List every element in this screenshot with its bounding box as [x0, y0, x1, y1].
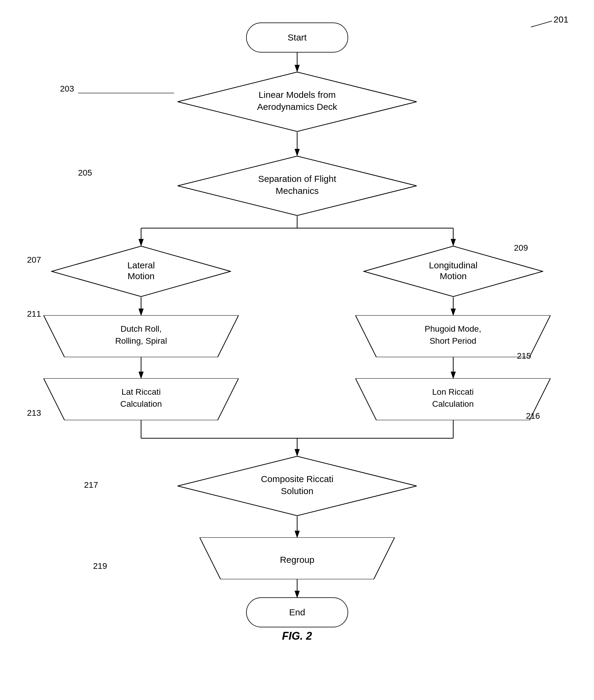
node209-shape: Longitudinal Motion [363, 245, 543, 297]
svg-text:Lateral: Lateral [127, 260, 155, 270]
svg-text:Rolling, Spiral: Rolling, Spiral [115, 336, 167, 345]
node219-shape: Regroup [200, 537, 395, 579]
ref-213: 213 [27, 408, 41, 418]
node217-shape: Composite Riccati Solution [177, 456, 417, 516]
ref-215: 215 [517, 351, 531, 361]
svg-text:Separation of Flight: Separation of Flight [258, 174, 336, 184]
svg-text:Aerodynamics Deck: Aerodynamics Deck [257, 102, 338, 112]
node211-shape: Dutch Roll, Rolling, Spiral [43, 315, 239, 357]
svg-text:Mechanics: Mechanics [275, 186, 319, 196]
node215-shape: Phugoid Mode, Short Period [355, 315, 551, 357]
svg-text:Motion: Motion [440, 271, 467, 281]
node213-shape: Lat Riccati Calculation [43, 378, 239, 420]
figure-caption: FIG. 2 [282, 630, 312, 642]
node207-shape: Lateral Motion [51, 245, 231, 297]
svg-text:Motion: Motion [128, 271, 155, 281]
svg-text:Dutch Roll,: Dutch Roll, [121, 324, 162, 333]
svg-text:Linear Models from: Linear Models from [259, 90, 336, 100]
svg-text:Solution: Solution [281, 486, 314, 496]
ref-216: 216 [526, 411, 540, 421]
svg-text:Short Period: Short Period [430, 336, 476, 345]
svg-line-19 [531, 21, 552, 27]
svg-text:201: 201 [554, 14, 568, 24]
node216-shape: Lon Riccati Calculation [355, 378, 551, 420]
ref-209: 209 [514, 243, 528, 253]
node203-shape: Linear Models from Aerodynamics Deck [177, 71, 417, 132]
end-node: End [246, 597, 348, 627]
ref-211: 211 [27, 309, 41, 319]
svg-text:Lon Riccati: Lon Riccati [432, 387, 474, 397]
ref-207: 207 [27, 255, 41, 265]
svg-text:Phugoid Mode,: Phugoid Mode, [425, 324, 481, 333]
svg-text:Calculation: Calculation [120, 399, 162, 408]
ref-217: 217 [84, 480, 98, 490]
diagram-container: 201 Start Linear Models from Aerodynamic… [0, 0, 594, 660]
svg-text:Lat Riccati: Lat Riccati [122, 387, 161, 397]
ref-205: 205 [78, 168, 92, 178]
svg-text:Regroup: Regroup [280, 555, 314, 565]
node205-shape: Separation of Flight Mechanics [177, 156, 417, 216]
ref-219: 219 [93, 561, 107, 571]
svg-text:Longitudinal: Longitudinal [429, 260, 477, 270]
start-node: Start [246, 23, 348, 53]
svg-text:Composite Riccati: Composite Riccati [261, 474, 333, 484]
svg-text:Calculation: Calculation [432, 399, 474, 408]
